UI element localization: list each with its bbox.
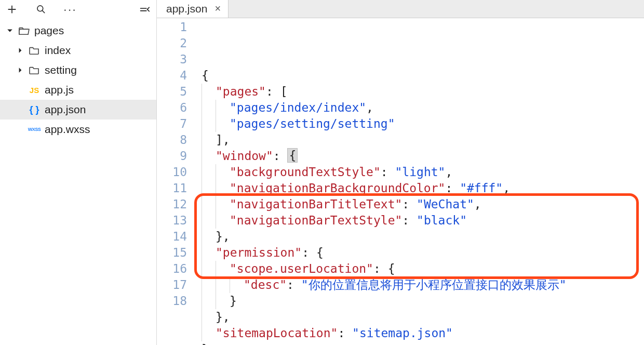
tab-bar: app.json ×: [157, 0, 644, 18]
line-number: 16: [157, 261, 187, 277]
token-str: "你的位置信息将用于小程序位置接口的效果展示": [301, 278, 567, 291]
line-number: 17: [157, 277, 187, 293]
token-punc: :: [445, 181, 460, 195]
close-icon[interactable]: ×: [214, 3, 221, 15]
tree-item-label: app.json: [45, 103, 86, 116]
tree-item-label: setting: [45, 64, 77, 76]
token-str: "light": [395, 165, 446, 179]
token-str: "pages/index/index": [230, 101, 366, 114]
token-str: "WeChat": [417, 197, 474, 211]
tree-file-app-json[interactable]: { } app.json: [0, 100, 156, 120]
token-punc: :: [287, 278, 301, 291]
editor-panel: app.json × 123456789101112131415161718 {…: [157, 0, 644, 345]
more-icon[interactable]: ···: [63, 3, 77, 16]
token-punc: :: [302, 246, 316, 259]
line-number: 3: [157, 51, 187, 68]
token-brace: }: [202, 342, 209, 345]
file-tree: pages index setting JS app.js: [0, 19, 156, 345]
token-punc: ,: [503, 181, 510, 195]
token-punc: ,: [445, 165, 452, 179]
token-punc: :: [338, 326, 352, 340]
code-line[interactable]: "pages/index/index",: [194, 100, 644, 116]
line-number: 15: [157, 245, 187, 261]
code-line[interactable]: ],: [194, 132, 644, 148]
token-brace: {: [316, 246, 324, 259]
line-number: 13: [157, 213, 187, 229]
code-content[interactable]: {"pages": ["pages/index/index","pages/se…: [194, 19, 644, 345]
code-line[interactable]: "window": {: [194, 148, 644, 164]
code-line[interactable]: "backgroundTextStyle": "light",: [194, 164, 644, 180]
folder-icon: [28, 64, 41, 76]
tree-file-app-js[interactable]: JS app.js: [0, 80, 156, 100]
token-punc: ,: [474, 197, 481, 211]
json-file-icon: { }: [28, 103, 41, 116]
line-number: 9: [157, 148, 187, 164]
code-line[interactable]: "desc": "你的位置信息将用于小程序位置接口的效果展示": [194, 277, 644, 293]
code-line[interactable]: "permission": {: [194, 245, 644, 261]
token-punc: ,: [223, 133, 230, 147]
tree-folder-index[interactable]: index: [0, 41, 156, 60]
line-number: 7: [157, 116, 187, 132]
line-number-gutter: 123456789101112131415161718: [157, 19, 194, 345]
tree-folder-setting[interactable]: setting: [0, 60, 156, 80]
line-number: 2: [157, 35, 187, 51]
tree-file-app-wxss[interactable]: WXSS app.wxss: [0, 120, 156, 139]
token-punc: :: [266, 85, 280, 98]
code-line[interactable]: "navigationBarTitleText": "WeChat",: [194, 196, 644, 213]
token-punc: ,: [223, 230, 230, 243]
code-line[interactable]: "pages": [: [194, 84, 644, 100]
code-line[interactable]: },: [194, 229, 644, 245]
token-key: "navigationBarBackgroundColor": [230, 181, 445, 195]
collapse-icon[interactable]: [138, 3, 151, 16]
line-number: 4: [157, 68, 187, 84]
token-brace: }: [216, 310, 223, 324]
token-key: "window": [216, 149, 273, 163]
tab-label: app.json: [166, 3, 207, 15]
line-number: 8: [157, 132, 187, 148]
token-brace: {: [287, 149, 298, 163]
code-line[interactable]: "sitemapLocation": "sitemap.json": [194, 325, 644, 341]
code-area[interactable]: 123456789101112131415161718 {"pages": ["…: [157, 18, 644, 345]
token-key: "navigationBarTextStyle": [230, 214, 402, 227]
token-bracket: [: [280, 85, 288, 98]
code-line[interactable]: "navigationBarTextStyle": "black": [194, 213, 644, 229]
line-number: 6: [157, 100, 187, 116]
sidebar: ··· pages index: [0, 0, 157, 345]
token-punc: :: [402, 197, 417, 211]
token-punc: :: [373, 262, 388, 275]
search-icon[interactable]: [34, 3, 48, 16]
code-line[interactable]: "scope.userLocation": {: [194, 261, 644, 277]
tree-item-label: index: [45, 44, 71, 57]
tab-app-json[interactable]: app.json ×: [157, 0, 229, 18]
wxss-file-icon: WXSS: [28, 123, 41, 136]
tree-folder-pages[interactable]: pages: [0, 21, 156, 41]
token-key: "pages": [216, 85, 266, 98]
token-key: "permission": [216, 246, 302, 259]
line-number: 10: [157, 164, 187, 180]
folder-icon: [28, 44, 41, 57]
token-key: "sitemapLocation": [216, 326, 338, 340]
chevron-right-icon: [17, 67, 24, 74]
code-line[interactable]: }: [194, 293, 644, 309]
code-line[interactable]: "navigationBarBackgroundColor": "#fff",: [194, 180, 644, 196]
token-punc: ,: [366, 101, 373, 114]
sidebar-toolbar: ···: [0, 0, 156, 19]
line-number: 11: [157, 180, 187, 196]
code-line[interactable]: {: [194, 68, 644, 84]
tree-item-label: pages: [34, 24, 64, 37]
line-number: 12: [157, 196, 187, 213]
token-str: "black": [417, 214, 467, 227]
token-punc: :: [402, 214, 417, 227]
code-line[interactable]: },: [194, 309, 644, 325]
token-key: "scope.userLocation": [230, 262, 373, 275]
folder-open-icon: [18, 24, 30, 37]
plus-icon[interactable]: [5, 3, 19, 16]
token-str: "pages/setting/setting": [230, 117, 395, 130]
spacer: [17, 126, 24, 133]
code-line[interactable]: }: [194, 341, 644, 345]
token-brace: }: [230, 294, 237, 308]
line-number: 1: [157, 19, 187, 35]
token-str: "#fff": [460, 181, 503, 195]
code-line[interactable]: "pages/setting/setting": [194, 116, 644, 132]
token-punc: ,: [223, 310, 230, 324]
